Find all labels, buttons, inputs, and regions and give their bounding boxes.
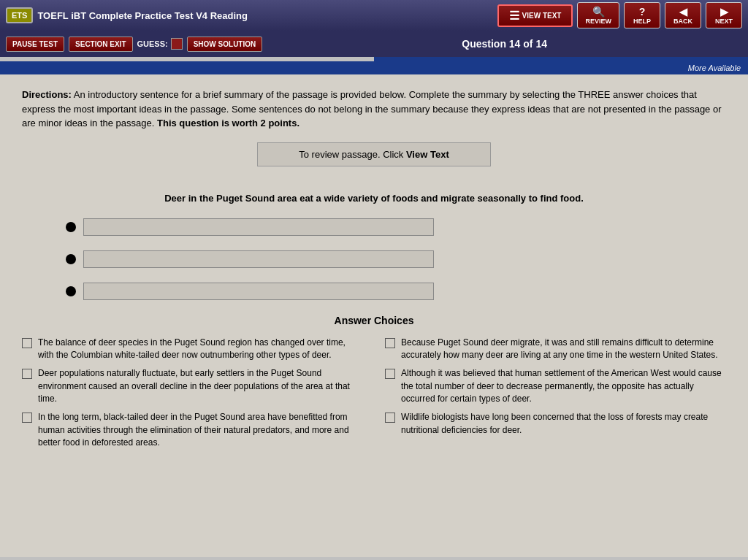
choice-d: Because Puget Sound deer migrate, it was… [385,337,726,362]
choices-grid: The balance of deer species in the Puget… [22,337,726,456]
choice-a: The balance of deer species in the Puget… [22,337,363,362]
review-box[interactable]: To review passage. Click View Text [257,142,491,166]
choice-b: Deer populations naturally fluctuate, bu… [22,367,363,405]
drop-zone-2[interactable] [66,250,726,268]
choices-left: The balance of deer species in the Puget… [22,337,363,456]
choice-e-checkbox[interactable] [385,369,395,379]
question-label: Question 14 of 14 [267,38,742,50]
choice-c: In the long term, black-tailed deer in t… [22,411,363,449]
choice-a-text: The balance of deer species in the Puget… [38,337,363,362]
intro-sentence: Deer in the Puget Sound area eat a wide … [22,193,726,204]
drop-box-2[interactable] [83,250,434,268]
directions-points: This question is worth 2 points. [157,118,299,129]
choice-b-text: Deer populations naturally fluctuate, bu… [38,367,363,405]
directions-text: Directions: An introductory sentence for… [22,88,726,131]
directions-prefix: Directions: [22,89,72,100]
view-text-link[interactable]: View Text [406,149,449,160]
main-content: Directions: An introductory sentence for… [0,74,748,557]
drop-zone-1[interactable] [66,218,726,236]
choice-f: Wildlife biologists have long been conce… [385,411,726,437]
pause-test-button[interactable]: PAUSE TEST [6,37,64,52]
bullet-2 [66,254,76,264]
choice-c-checkbox[interactable] [22,413,32,423]
bullet-1 [66,222,76,232]
bullet-3 [66,286,76,296]
choice-c-text: In the long term, black-tailed deer in t… [38,411,363,449]
second-toolbar: PAUSE TEST SECTION EXIT GUESS: SHOW SOLU… [0,31,748,57]
view-text-button[interactable]: ☰ VIEW TEXT [497,4,573,27]
guess-checkbox[interactable] [171,38,183,50]
drop-zone-3[interactable] [66,283,726,300]
review-box-wrapper: To review passage. Click View Text [22,142,726,181]
guess-area: GUESS: [137,38,183,50]
choice-b-checkbox[interactable] [22,369,32,379]
answer-choices-title: Answer Choices [22,315,726,326]
choice-e: Although it was believed that human sett… [385,367,726,405]
app-title: TOEFL iBT Complete Practice Test V4 Read… [37,10,492,21]
ets-logo: ETS [6,7,33,23]
help-button[interactable]: ? HELP [624,2,660,28]
drop-box-1[interactable] [83,218,434,236]
drop-box-3[interactable] [83,283,434,300]
drop-zones [66,218,726,300]
choice-e-text: Although it was believed that human sett… [401,367,726,405]
top-navigation: ETS TOEFL iBT Complete Practice Test V4 … [0,0,748,31]
next-button[interactable]: ▶ NEXT [706,2,742,28]
choice-d-checkbox[interactable] [385,338,395,348]
review-button[interactable]: 🔍 REVIEW [577,2,619,28]
choice-f-checkbox[interactable] [385,413,395,423]
show-solution-button[interactable]: SHOW SOLUTION [187,37,263,52]
choice-f-text: Wildlife biologists have long been conce… [401,411,726,437]
back-button[interactable]: ◀ BACK [665,2,701,28]
choice-d-text: Because Puget Sound deer migrate, it was… [401,337,726,362]
more-available-bar: More Available [0,61,748,74]
section-exit-button[interactable]: SECTION EXIT [69,37,132,52]
choice-a-checkbox[interactable] [22,338,32,348]
choices-right: Because Puget Sound deer migrate, it was… [385,337,726,456]
